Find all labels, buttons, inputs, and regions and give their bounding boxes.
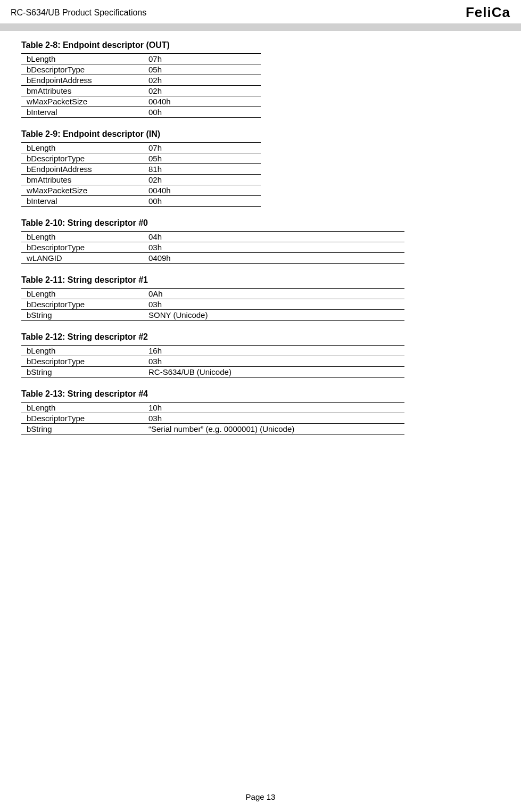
cell-key: bDescriptorType (21, 242, 143, 253)
cell-key: bmAttributes (21, 175, 143, 185)
cell-key: bEndpointAddress (21, 164, 143, 175)
cell-val: 0040h (143, 185, 261, 196)
cell-val: 03h (143, 242, 404, 253)
table-row: bLength07h (21, 143, 261, 153)
table-row: bDescriptorType05h (21, 153, 261, 164)
table-row: bDescriptorType03h (21, 242, 404, 253)
page-footer: Page 13 (0, 787, 521, 812)
table-row: bInterval00h (21, 196, 261, 207)
table-row: bLength07h (21, 54, 261, 64)
page: RC-S634/UB Product Specifications FeliCa… (0, 0, 521, 812)
table-caption: Table 2-10: String descriptor #0 (21, 218, 500, 228)
cell-key: bInterval (21, 107, 143, 118)
cell-key: bDescriptorType (21, 413, 143, 424)
cell-key: bmAttributes (21, 86, 143, 96)
table-row: bInterval00h (21, 107, 261, 118)
table-2-13: Table 2-13: String descriptor #4 bLength… (21, 389, 500, 434)
cell-key: bDescriptorType (21, 356, 143, 367)
table-row: wMaxPacketSize0040h (21, 185, 261, 196)
cell-val: RC-S634/UB (Unicode) (143, 367, 404, 378)
cell-key: bLength (21, 232, 143, 242)
descriptor-table: bLength10h bDescriptorType03h bString“Se… (21, 402, 404, 434)
table-row: bDescriptorType03h (21, 413, 404, 424)
header-divider (0, 23, 521, 31)
table-2-10: Table 2-10: String descriptor #0 bLength… (21, 218, 500, 264)
cell-val: 02h (143, 175, 261, 185)
table-2-11: Table 2-11: String descriptor #1 bLength… (21, 275, 500, 321)
cell-key: bDescriptorType (21, 299, 143, 310)
content-area: Table 2-8: Endpoint descriptor (OUT) bLe… (0, 40, 521, 434)
cell-val: 0Ah (143, 289, 404, 299)
table-row: bmAttributes02h (21, 175, 261, 185)
table-row: bStringSONY (Unicode) (21, 310, 404, 321)
cell-val: 00h (143, 196, 261, 207)
table-caption: Table 2-8: Endpoint descriptor (OUT) (21, 40, 500, 50)
table-row: bLength16h (21, 346, 404, 356)
cell-val: 03h (143, 413, 404, 424)
felica-logo: FeliCa (466, 4, 510, 21)
table-caption: Table 2-12: String descriptor #2 (21, 332, 500, 342)
table-row: bEndpointAddress02h (21, 75, 261, 86)
descriptor-table: bLength16h bDescriptorType03h bStringRC-… (21, 345, 404, 378)
table-row: bEndpointAddress81h (21, 164, 261, 175)
table-row: wMaxPacketSize0040h (21, 96, 261, 107)
cell-val: 81h (143, 164, 261, 175)
table-row: bmAttributes02h (21, 86, 261, 96)
table-row: bString“Serial number” (e.g. 0000001) (U… (21, 424, 404, 434)
table-row: wLANGID0409h (21, 253, 404, 264)
cell-val: 05h (143, 153, 261, 164)
table-row: bStringRC-S634/UB (Unicode) (21, 367, 404, 378)
table-caption: Table 2-13: String descriptor #4 (21, 389, 500, 399)
cell-key: bEndpointAddress (21, 75, 143, 86)
cell-val: 0409h (143, 253, 404, 264)
cell-val: 04h (143, 232, 404, 242)
descriptor-table: bLength07h bDescriptorType05h bEndpointA… (21, 142, 261, 207)
table-row: bDescriptorType05h (21, 64, 261, 75)
table-caption: Table 2-9: Endpoint descriptor (IN) (21, 129, 500, 139)
cell-val: SONY (Unicode) (143, 310, 404, 321)
table-row: bDescriptorType03h (21, 356, 404, 367)
cell-val: “Serial number” (e.g. 0000001) (Unicode) (143, 424, 404, 434)
cell-val: 0040h (143, 96, 261, 107)
table-2-8: Table 2-8: Endpoint descriptor (OUT) bLe… (21, 40, 500, 118)
cell-val: 16h (143, 346, 404, 356)
table-row: bLength04h (21, 232, 404, 242)
table-row: bLength0Ah (21, 289, 404, 299)
table-2-12: Table 2-12: String descriptor #2 bLength… (21, 332, 500, 378)
descriptor-table: bLength07h bDescriptorType05h bEndpointA… (21, 53, 261, 118)
cell-key: bLength (21, 143, 143, 153)
cell-val: 00h (143, 107, 261, 118)
product-title: RC-S634/UB Product Specifications (11, 8, 146, 18)
descriptor-table: bLength04h bDescriptorType03h wLANGID040… (21, 231, 404, 264)
cell-val: 07h (143, 54, 261, 64)
page-header: RC-S634/UB Product Specifications FeliCa (0, 0, 521, 23)
cell-key: bString (21, 424, 143, 434)
cell-key: bLength (21, 289, 143, 299)
cell-val: 02h (143, 75, 261, 86)
table-row: bLength10h (21, 403, 404, 413)
descriptor-table: bLength0Ah bDescriptorType03h bStringSON… (21, 288, 404, 321)
cell-key: bString (21, 367, 143, 378)
cell-key: bInterval (21, 196, 143, 207)
cell-key: wMaxPacketSize (21, 96, 143, 107)
table-row: bDescriptorType03h (21, 299, 404, 310)
cell-val: 03h (143, 356, 404, 367)
cell-val: 03h (143, 299, 404, 310)
table-2-9: Table 2-9: Endpoint descriptor (IN) bLen… (21, 129, 500, 207)
cell-val: 10h (143, 403, 404, 413)
table-caption: Table 2-11: String descriptor #1 (21, 275, 500, 285)
cell-val: 05h (143, 64, 261, 75)
cell-key: bLength (21, 346, 143, 356)
cell-key: bDescriptorType (21, 153, 143, 164)
cell-val: 02h (143, 86, 261, 96)
cell-key: bLength (21, 403, 143, 413)
cell-key: bLength (21, 54, 143, 64)
cell-key: bDescriptorType (21, 64, 143, 75)
cell-val: 07h (143, 143, 261, 153)
cell-key: wLANGID (21, 253, 143, 264)
cell-key: bString (21, 310, 143, 321)
cell-key: wMaxPacketSize (21, 185, 143, 196)
